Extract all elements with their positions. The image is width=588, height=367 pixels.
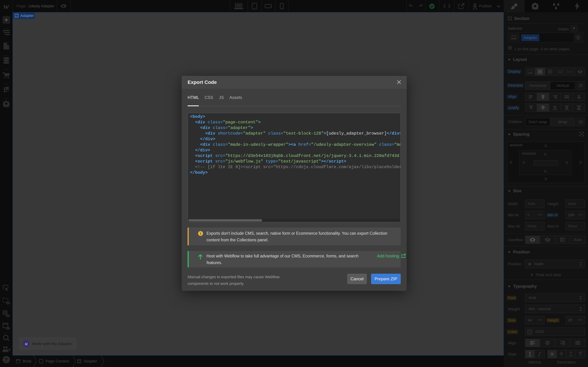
svg-text:A: A: [569, 70, 571, 74]
